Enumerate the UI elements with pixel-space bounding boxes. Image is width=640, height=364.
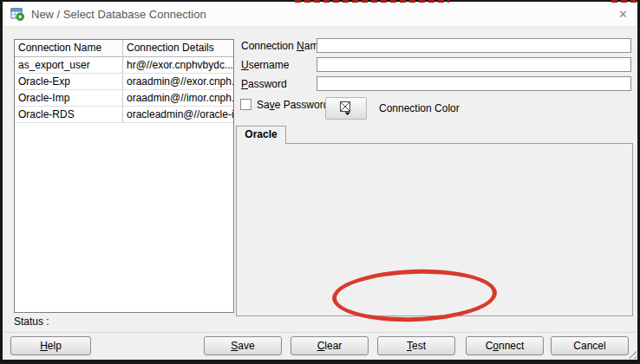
cropped-annotation-text [295, 0, 449, 3]
tab-oracle[interactable]: Oracle [236, 126, 286, 144]
help-button[interactable]: Help [10, 336, 91, 355]
connections-table: Connection Name Connection Details as_ex… [14, 39, 234, 313]
cropped-annotation-text [611, 0, 637, 3]
no-color-icon [339, 101, 353, 115]
save-button[interactable]: Save [204, 336, 282, 355]
status-label: Status : [14, 315, 49, 328]
column-header-connection-name[interactable]: Connection Name [15, 40, 123, 56]
username-input[interactable] [317, 57, 631, 72]
dialog-title: New / Select Database Connection [31, 8, 206, 21]
separator [3, 332, 637, 333]
connection-name-cell: Oracle-Imp [15, 90, 123, 106]
table-header-row: Connection Name Connection Details [15, 40, 233, 57]
table-row[interactable]: Oracle-Imp oraadmin@//imor.cnph... [15, 90, 233, 107]
connection-color-button[interactable] [325, 97, 367, 120]
connection-details-cell: hr@//exor.cnphvbydc... [123, 57, 233, 73]
clear-button[interactable]: Clear [291, 336, 369, 355]
table-row[interactable]: as_export_user hr@//exor.cnphvbydc... [15, 57, 233, 74]
column-header-connection-details[interactable]: Connection Details [123, 40, 233, 56]
connection-name-cell: Oracle-Exp [15, 74, 123, 89]
connection-name-input[interactable] [317, 38, 631, 53]
connection-details-cell: oracleadmin@//oracle-i... [123, 107, 233, 122]
oracle-tab-panel [236, 143, 633, 316]
connection-details-cell: oraadmin@//exor.cnph... [123, 74, 233, 89]
password-input[interactable] [317, 76, 631, 91]
connection-color-label: Connection Color [379, 102, 460, 114]
database-connection-icon [10, 7, 24, 21]
table-row[interactable]: Oracle-RDS oracleadmin@//oracle-i... [15, 107, 233, 123]
title-bar: New / Select Database Connection ✕ [3, 2, 637, 27]
save-password-checkbox[interactable] [240, 99, 251, 110]
cancel-button[interactable]: Cancel [551, 336, 629, 355]
connection-details-cell: oraadmin@//imor.cnph... [123, 90, 233, 106]
close-icon[interactable]: ✕ [618, 8, 628, 21]
connection-name-label: Connection Name [241, 40, 324, 52]
connection-name-cell: Oracle-RDS [15, 107, 123, 122]
connection-name-cell: as_export_user [15, 57, 123, 73]
new-select-database-connection-dialog: New / Select Database Connection ✕ Conne… [0, 0, 640, 364]
password-label: Password [241, 78, 287, 90]
table-row[interactable]: Oracle-Exp oraadmin@//exor.cnph... [15, 74, 233, 90]
test-button[interactable]: Test [377, 336, 455, 355]
username-label: Username [241, 59, 289, 71]
connect-button[interactable]: Connect [466, 336, 544, 355]
save-password-label: Save Password [257, 99, 329, 111]
